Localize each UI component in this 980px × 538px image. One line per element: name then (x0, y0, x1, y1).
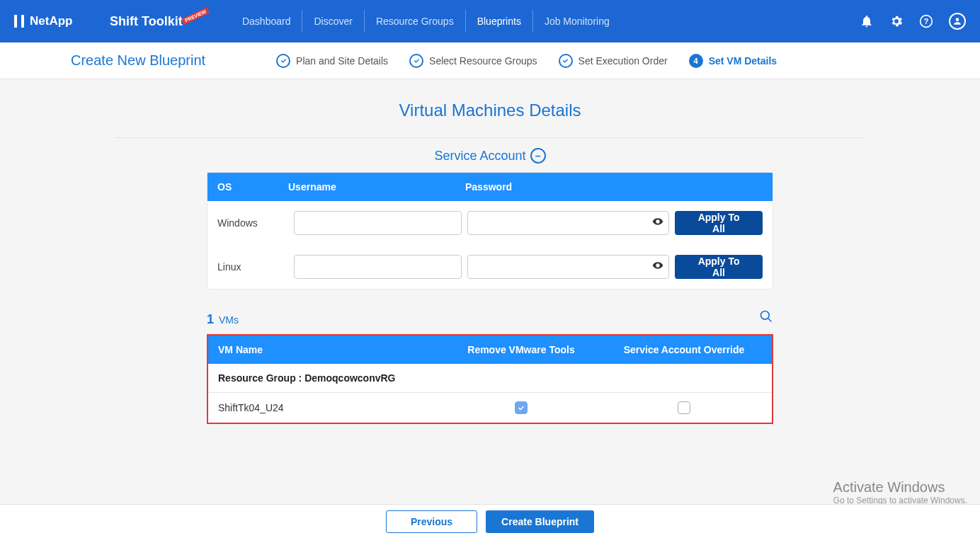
vms-count: 1 VMs (207, 312, 239, 327)
linux-password-input[interactable] (467, 255, 669, 279)
check-icon (559, 54, 573, 68)
brand-text: NetApp (30, 14, 72, 28)
vm-table-header: VM Name Remove VMware Tools Service Acco… (208, 336, 772, 364)
brand: NetApp (14, 14, 96, 28)
sa-table-header: OS Username Password (207, 173, 773, 201)
top-icon-group: ? (860, 13, 966, 30)
main-nav: Dashboard Discover Resource Groups Bluep… (231, 10, 621, 33)
col-sa-override: Service Account Override (606, 344, 762, 355)
nav-dashboard[interactable]: Dashboard (231, 10, 303, 33)
service-account-header[interactable]: Service Account – (51, 148, 929, 164)
check-icon (409, 54, 423, 68)
service-account-panel: OS Username Password Windows Apply To Al… (207, 172, 773, 290)
col-os: OS (217, 181, 288, 193)
help-icon[interactable]: ? (919, 14, 933, 28)
user-icon[interactable] (949, 13, 966, 30)
notifications-icon[interactable] (860, 14, 874, 28)
vm-table: VM Name Remove VMware Tools Service Acco… (207, 334, 773, 424)
divider (115, 137, 865, 138)
wizard-header: Create New Blueprint Plan and Site Detai… (0, 42, 980, 79)
collapse-icon[interactable]: – (530, 148, 546, 164)
check-icon (276, 54, 290, 68)
col-username: Username (288, 181, 465, 193)
vm-group-header: Resource Group : DemoqcowconvRG (208, 364, 772, 393)
vm-name: ShiftTk04_U24 (218, 402, 436, 413)
svg-line-3 (768, 319, 772, 322)
os-label: Windows (217, 217, 288, 229)
search-icon[interactable] (759, 309, 773, 326)
nav-blueprints[interactable]: Blueprints (466, 10, 533, 33)
sa-row-linux: Linux Apply To All (207, 245, 773, 289)
gear-icon[interactable] (889, 14, 904, 28)
linux-username-input[interactable] (294, 255, 462, 279)
step-plan-site[interactable]: Plan and Site Details (276, 54, 388, 68)
main-content: Virtual Machines Details Service Account… (51, 79, 929, 481)
sa-row-windows: Windows Apply To All (207, 201, 773, 245)
section-title: Virtual Machines Details (51, 101, 929, 120)
windows-password-input[interactable] (467, 211, 669, 235)
remove-tools-checkbox[interactable] (515, 401, 528, 414)
eye-icon[interactable] (652, 216, 663, 230)
apply-linux-button[interactable]: Apply To All (675, 255, 763, 279)
step-number-icon: 4 (689, 54, 703, 68)
page-title: Create New Blueprint (71, 52, 205, 69)
col-remove-tools: Remove VMware Tools (436, 344, 606, 355)
step-resource-groups[interactable]: Select Resource Groups (409, 54, 537, 68)
sa-override-checkbox[interactable] (678, 401, 690, 414)
vms-bar: 1 VMs (207, 309, 773, 327)
netapp-logo-icon (14, 15, 24, 28)
nav-job-monitoring[interactable]: Job Monitoring (533, 10, 621, 33)
app-name: Shift Toolkit PREVIEW (110, 14, 210, 29)
os-label: Linux (217, 261, 288, 273)
top-nav-bar: NetApp Shift Toolkit PREVIEW Dashboard D… (0, 0, 980, 42)
apply-windows-button[interactable]: Apply To All (675, 211, 763, 235)
windows-username-input[interactable] (294, 211, 462, 235)
eye-icon[interactable] (652, 260, 663, 274)
col-vm-name: VM Name (218, 344, 436, 355)
svg-text:?: ? (924, 17, 929, 25)
wizard-steps: Plan and Site Details Select Resource Gr… (276, 54, 777, 68)
nav-resource-groups[interactable]: Resource Groups (365, 10, 466, 33)
step-execution-order[interactable]: Set Execution Order (559, 54, 668, 68)
step-vm-details[interactable]: 4 Set VM Details (689, 54, 777, 68)
nav-discover[interactable]: Discover (302, 10, 364, 33)
vm-row: ShiftTk04_U24 (208, 393, 772, 423)
preview-badge: PREVIEW (181, 6, 210, 24)
svg-point-2 (761, 311, 770, 320)
col-password: Password (465, 181, 763, 193)
